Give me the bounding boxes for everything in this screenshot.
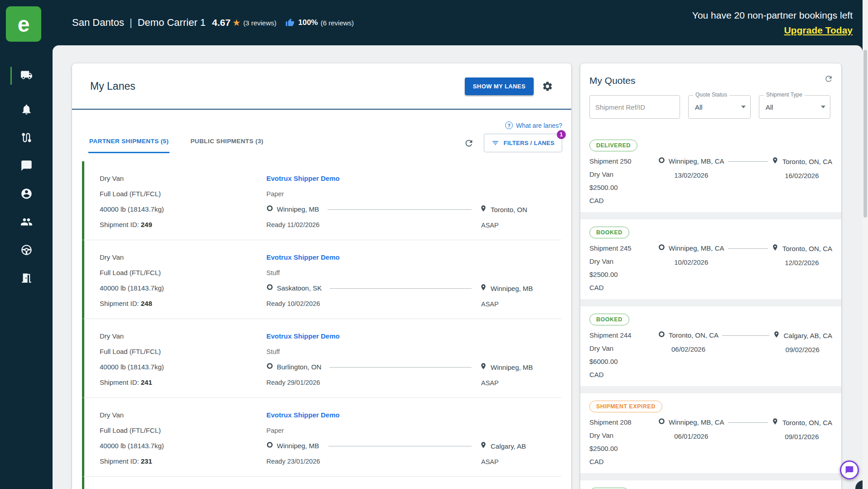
settings-gear-icon[interactable] — [542, 81, 553, 92]
shipper-link[interactable]: Evotrux Shipper Demo — [266, 174, 340, 183]
sidebar-item-shipments[interactable] — [0, 69, 53, 82]
quote-currency: CAD — [589, 457, 658, 466]
account-icon — [20, 188, 33, 202]
main-content: My Lanes SHOW MY LANES PARTNER SHIPMENTS… — [53, 45, 863, 489]
topbar: San Dantos | Demo Carrier 1 4.67 ★ (3 re… — [72, 0, 354, 45]
lane-origin: Winnipeg, MB — [277, 205, 319, 214]
lane-equipment: Dry Van — [100, 253, 266, 262]
destination-pin-icon — [480, 205, 487, 214]
scrollbar-thumb[interactable] — [863, 50, 867, 218]
lane-load-type: Full Load (FTL/FCL) — [100, 268, 266, 277]
quote-pickup-date: 10/02/2026 — [674, 258, 708, 266]
quote-equipment: Dry Van — [589, 170, 658, 179]
upgrade-link[interactable]: Upgrade Today — [784, 25, 853, 36]
lane-commodity: Stuff — [266, 268, 549, 277]
shipment-type-select[interactable]: Shipment Type All — [759, 95, 830, 119]
lane-load-type: Full Load (FTL/FCL) — [100, 426, 266, 435]
quote-delivery-date: 12/02/2026 — [785, 259, 819, 266]
quote-card[interactable]: BOOKED Shipment 245 Dry Van $2500.00 CAD… — [580, 219, 841, 299]
lane-origin: Burlington, ON — [277, 363, 321, 372]
shipper-link[interactable]: Evotrux Shipper Demo — [266, 411, 340, 420]
destination-pin-icon — [480, 441, 487, 451]
sidebar-item-messages[interactable] — [0, 160, 53, 173]
lanes-title: My Lanes — [90, 80, 135, 92]
route-line — [728, 248, 768, 249]
route-line — [328, 446, 472, 446]
route-line — [328, 209, 472, 210]
lane-row[interactable]: Shipment ID: Evotrux Shipper Demo — [82, 477, 561, 489]
quote-card[interactable]: DELIVERED Shipment 250 Dry Van $2500.00 … — [580, 132, 841, 212]
shipper-link[interactable]: Evotrux Shipper Demo — [266, 332, 340, 341]
lanes-refresh-icon[interactable] — [464, 138, 474, 148]
lane-row[interactable]: Dry Van Full Load (FTL/FCL) 40000 lb (18… — [82, 398, 561, 477]
filters-lanes-button[interactable]: FILTERS / LANES 1 — [484, 134, 562, 152]
quote-status-badge: BOOKED — [589, 227, 629, 238]
lane-destination: Calgary, AB — [491, 442, 526, 451]
quote-shipment: Shipment 245 — [589, 244, 658, 253]
route-line — [329, 367, 472, 368]
origin-icon — [266, 205, 273, 214]
lane-weight: 40000 lb (18143.7kg) — [100, 205, 266, 214]
app-logo[interactable]: e — [6, 6, 41, 42]
shipment-ref-input[interactable] — [589, 95, 680, 119]
rating-reviews-link[interactable]: (3 reviews) — [243, 19, 276, 27]
what-are-lanes-link[interactable]: ? What are lanes? — [505, 121, 562, 129]
route-line — [330, 288, 472, 289]
lane-weight: 40000 lb (18143.7kg) — [100, 363, 266, 372]
sidebar-item-drivers[interactable] — [0, 244, 53, 257]
lane-weight: 40000 lb (18143.7kg) — [100, 441, 266, 450]
destination-pin-icon — [480, 284, 487, 293]
quote-shipment: Shipment 244 — [589, 331, 658, 340]
quotes-header: My Quotes Quote Status All Shipment Type… — [580, 63, 841, 132]
quote-price: $2500.00 — [589, 270, 658, 279]
tab-public-shipments[interactable]: PUBLIC SHIPMENTS (3) — [189, 138, 264, 153]
quote-price: $2500.00 — [589, 183, 658, 192]
topbar-right: You have 20 non-partner bookings left Up… — [692, 0, 853, 45]
sidebar-item-partners[interactable] — [0, 216, 53, 229]
quote-status-badge: DELIVERED — [589, 140, 637, 151]
lane-shipment-id: Shipment ID:241 — [100, 378, 266, 387]
quote-equipment: Dry Van — [589, 431, 658, 440]
help-icon: ? — [505, 121, 513, 129]
show-my-lanes-button[interactable]: SHOW MY LANES — [465, 77, 534, 95]
my-quotes-panel: My Quotes Quote Status All Shipment Type… — [580, 63, 841, 489]
lane-origin: Winnipeg, MB — [277, 441, 319, 450]
quote-pickup-date: 06/02/2026 — [671, 345, 705, 353]
approval-reviews-link[interactable]: (6 reviews) — [321, 19, 354, 27]
approval-percent: 100% — [298, 18, 318, 27]
quote-delivery-date: 09/01/2026 — [785, 433, 819, 441]
quote-currency: CAD — [589, 370, 658, 379]
quote-origin: Winnipeg, MB, CA — [669, 418, 724, 427]
lane-row[interactable]: Dry Van Full Load (FTL/FCL) 40000 lb (18… — [82, 240, 561, 319]
quote-destination: Toronto, ON, CA — [782, 418, 832, 427]
quote-card[interactable]: BOOKED — [580, 480, 841, 489]
origin-icon — [658, 157, 665, 166]
quote-status-label: Quote Status — [693, 92, 729, 98]
tab-partner-shipments[interactable]: PARTNER SHIPMENTS (5) — [88, 138, 169, 153]
quote-status-select[interactable]: Quote Status All — [688, 95, 751, 119]
lane-timing: ASAP — [480, 221, 549, 230]
sidebar-item-account[interactable] — [0, 188, 53, 201]
bookings-left-text: You have 20 non-partner bookings left — [692, 10, 853, 21]
lane-row[interactable]: Dry Van Full Load (FTL/FCL) 40000 lb (18… — [82, 319, 561, 398]
quote-card[interactable]: SHIPMENT EXPIRED Shipment 208 Dry Van $2… — [580, 393, 841, 473]
sidebar-item-company[interactable] — [0, 272, 53, 286]
page-scrollbar[interactable] — [863, 0, 868, 489]
quote-card[interactable]: BOOKED Shipment 244 Dry Van $6000.00 CAD… — [580, 306, 841, 386]
quotes-refresh-icon[interactable] — [824, 74, 833, 83]
origin-icon — [266, 441, 273, 450]
sidebar-item-loads[interactable] — [0, 131, 53, 145]
origin-icon — [658, 244, 665, 253]
destination-pin-icon — [772, 244, 779, 253]
filters-lanes-label: FILTERS / LANES — [503, 140, 555, 146]
chat-widget-button[interactable] — [840, 460, 859, 479]
sidebar-item-notifications[interactable] — [0, 103, 53, 117]
lane-timing: ASAP — [480, 378, 549, 387]
shipment-type-value: All — [766, 103, 773, 111]
origin-icon — [658, 418, 665, 427]
quote-delivery-date: 09/02/2026 — [786, 346, 820, 353]
route-line — [722, 335, 769, 336]
quote-shipment: Shipment 250 — [589, 157, 658, 166]
lane-row[interactable]: Dry Van Full Load (FTL/FCL) 40000 lb (18… — [82, 161, 561, 240]
shipper-link[interactable]: Evotrux Shipper Demo — [266, 253, 340, 262]
